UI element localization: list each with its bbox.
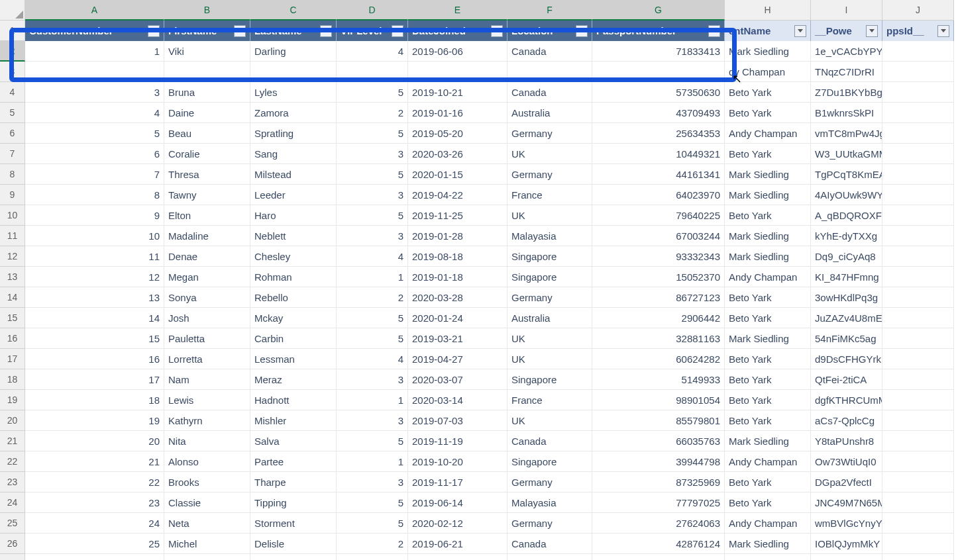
cell-e[interactable]: 2019-04-22 [408,185,507,205]
cell-c[interactable]: Rebello [250,287,337,308]
cell-i[interactable]: B1wknrsSkPI [811,103,882,123]
cell-c[interactable]: Lessman [250,349,337,369]
cell-f[interactable]: France [507,185,592,205]
cell-b[interactable]: Michel [164,534,250,554]
cell-e[interactable]: 2019-11-17 [408,472,507,492]
row-header[interactable]: 24 [0,492,25,513]
table-header-e[interactable]: DateJoined [408,21,507,41]
cell-d[interactable]: 3 [337,410,408,431]
cell-h[interactable]: Mark Siedling [725,226,811,246]
cell-f[interactable] [507,62,592,82]
cell-c[interactable]: Carbin [250,328,337,349]
row-header[interactable]: 21 [0,431,25,451]
cell-a[interactable]: 17 [25,369,164,390]
cell-j[interactable] [882,349,954,369]
table-header-h[interactable]: entName [725,21,811,41]
cell-j[interactable] [882,246,954,267]
cell-b[interactable]: Beau [164,123,250,144]
cell-b[interactable]: Coralie [164,144,250,164]
cell-e[interactable]: 2019-06-21 [408,534,507,554]
cell-h[interactable]: Beto Yark [725,492,811,513]
cell-g[interactable]: 32881163 [592,328,725,349]
cell-e[interactable]: 2019-04-27 [408,349,507,369]
cell-a[interactable]: 4 [25,103,164,123]
table-header-c[interactable]: LastName [250,21,337,41]
cell-h[interactable]: Beto Yark [725,308,811,328]
cell-c[interactable]: Lyles [250,82,337,103]
cell-e[interactable]: 2020-01-24 [408,308,507,328]
cell-h[interactable]: Beto Yark [725,349,811,369]
cell-j[interactable] [882,41,954,62]
cell-b[interactable]: Kathyrn [164,410,250,431]
cell-d[interactable]: 4 [337,246,408,267]
cell-j[interactable] [882,287,954,308]
cell-d[interactable]: 1 [337,451,408,472]
cell-f[interactable]: UK [507,205,592,226]
cell-b[interactable]: Megan [164,267,250,287]
cell-i[interactable]: vmTC8mPw4Jg [811,123,882,144]
cell-b[interactable]: Daine [164,103,250,123]
cell-e[interactable]: 2019-10-21 [408,82,507,103]
cell-g[interactable]: 64023970 [592,185,725,205]
cell-d[interactable]: 3 [337,369,408,390]
cell-c[interactable]: Storment [250,513,337,534]
cell-c[interactable]: Meraz [250,369,337,390]
cell-c[interactable]: Milstead [250,164,337,185]
cell-h[interactable]: Beto Yark [725,410,811,431]
column-header-H[interactable]: H [725,0,811,21]
filter-dropdown-icon[interactable] [392,25,403,37]
filter-dropdown-icon[interactable] [491,25,503,37]
cell-c[interactable]: Sang [250,144,337,164]
cell-d[interactable]: 5 [337,123,408,144]
cell-a[interactable]: 13 [25,287,164,308]
cell-a[interactable]: 15 [25,328,164,349]
cell-b[interactable]: Sonya [164,287,250,308]
cell-h[interactable]: Beto Yark [725,103,811,123]
cell-a[interactable]: 7 [25,164,164,185]
cell-b[interactable]: Nam [164,369,250,390]
cell-f[interactable]: France [507,390,592,410]
cell-b[interactable]: Denae [164,246,250,267]
cell-a[interactable]: 10 [25,226,164,246]
cell-b[interactable]: Alonso [164,451,250,472]
cell-a[interactable]: 3 [25,82,164,103]
column-header-A[interactable]: A [25,0,164,21]
row-header[interactable]: 16 [0,328,25,349]
cell-c[interactable]: Tharpe [250,472,337,492]
cell-i[interactable]: wmBVlGcYnyY [811,513,882,534]
cell-a[interactable]: 26 [25,554,164,560]
cell-b[interactable]: Bruna [164,82,250,103]
cell-i[interactable]: d9DsCFHGYrk [811,349,882,369]
row-header[interactable]: 25 [0,513,25,534]
table-header-b[interactable]: FirstName [164,21,250,41]
cell-f[interactable]: Canada [507,41,592,62]
cell-h[interactable]: Andy Champan [725,267,811,287]
cell-g[interactable]: 77797025 [592,492,725,513]
cell-i[interactable]: Y8taPUnshr8 [811,431,882,451]
cell-e[interactable]: 2019-10-20 [408,451,507,472]
cell-g[interactable]: 98901054 [592,390,725,410]
cell-e[interactable]: 2020-02-12 [408,513,507,534]
cell-i[interactable]: Ow73WtiUqI0 [811,451,882,472]
cell-e[interactable]: 2019-08-18 [408,246,507,267]
cell-a[interactable]: 18 [25,390,164,410]
cell-c[interactable]: Rohman [250,267,337,287]
cell-e[interactable]: 2020-03-28 [408,287,507,308]
cell-c[interactable]: Tipping [250,492,337,513]
cell-b[interactable]: Viki [164,41,250,62]
cell-g[interactable]: 71833413 [592,41,725,62]
cell-j[interactable] [882,369,954,390]
cell-b[interactable]: Elton [164,205,250,226]
cell-f[interactable]: Germany [507,472,592,492]
cell-j[interactable] [882,513,954,534]
cell-a[interactable]: 14 [25,308,164,328]
cell-h[interactable]: Beto Yark [725,472,811,492]
row-header[interactable]: 4 [0,82,25,103]
row-header[interactable]: 3 [0,62,25,82]
row-header[interactable]: 13 [0,267,25,287]
cell-j[interactable] [882,267,954,287]
cell-h[interactable]: Mark Siedling [725,431,811,451]
cell-h[interactable]: Andy Champan [725,513,811,534]
cell-c[interactable]: Chesley [250,246,337,267]
cell-c[interactable]: Darling [250,41,337,62]
